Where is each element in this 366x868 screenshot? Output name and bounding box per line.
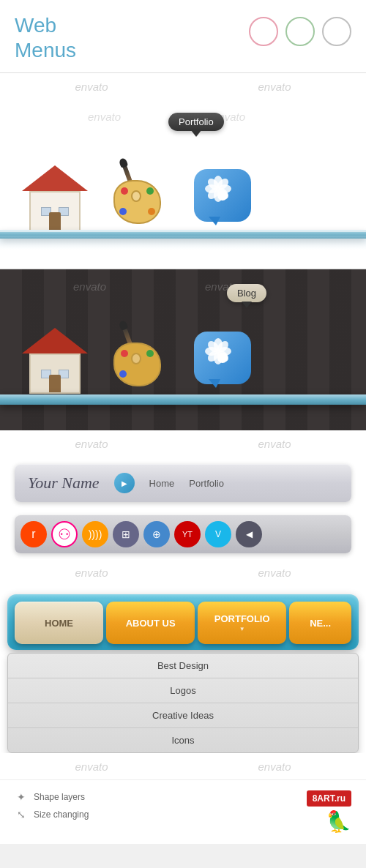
watermark-text-7: envato: [75, 760, 108, 773]
watermark-text-4: envato: [258, 438, 291, 450]
tooltip-portfolio: Portfolio: [168, 113, 224, 131]
menu-btn-portfolio[interactable]: PORTFOLIO ▼: [198, 602, 286, 644]
dot-green-2: [146, 350, 154, 357]
shelf-reflection-1: [0, 236, 366, 250]
bubble-icon-2: [194, 328, 256, 394]
flickr-icon[interactable]: ⚇: [51, 521, 78, 547]
name-bar-logo: Your Name: [20, 474, 107, 493]
bottom-menu-wrap: HOME ABOUT US PORTFOLIO ▼ NE...: [7, 594, 359, 650]
bubble-body-2: [194, 332, 251, 384]
bottom-menu: HOME ABOUT US PORTFOLIO ▼ NE...: [15, 602, 351, 644]
house-icon-2: [22, 328, 88, 394]
bottom-logo-area: 8ART.ru 🦜: [307, 790, 351, 834]
header-title: Web Menus: [15, 13, 76, 62]
watermark-row-3: envato envato: [0, 559, 366, 585]
section-dark-shelf: envato envato Blog: [0, 269, 366, 430]
bubble-flower-2: [206, 342, 239, 374]
palette-icon-2: [110, 324, 172, 394]
grid-icon[interactable]: ⊞: [113, 521, 139, 547]
bubble-body-1: [194, 169, 251, 222]
nav-portfolio[interactable]: Portfolio: [189, 478, 224, 489]
dot-red: [121, 187, 128, 195]
bird-logo: 🦜: [326, 809, 351, 834]
watermark-text-8: envato: [258, 760, 291, 773]
watermark-text-6: envato: [258, 566, 291, 579]
house-body: [29, 191, 81, 231]
compass-icon[interactable]: ⊕: [143, 521, 170, 547]
circle-green: [285, 17, 315, 46]
shape-layers-label: Shape layers: [34, 792, 85, 802]
flower-center-1: [217, 190, 228, 201]
bubble-tail-1: [209, 217, 220, 225]
header: Web Menus: [0, 0, 366, 73]
nav-home[interactable]: Home: [149, 478, 175, 489]
palette-body: [113, 180, 161, 224]
bottom-info: ✦ Shape layers ⤡ Size changing: [15, 790, 292, 826]
section-social-bar: r ⚇ )))) ⊞ ⊕ YT V ◀: [0, 509, 366, 559]
dropdown-item-icons[interactable]: Icons: [8, 728, 358, 752]
section-light-shelf: envato envato Portfolio: [0, 100, 366, 268]
dot-blue-2: [119, 370, 127, 378]
circle-gray: [322, 17, 351, 46]
shelf-icons-dark: [0, 324, 366, 394]
section-name-bar: Your Name ▶ Home Portfolio: [0, 457, 366, 509]
menu-btn-home-label: HOME: [45, 618, 73, 629]
watermark-text-1: envato: [75, 81, 108, 93]
name-bar-nav: Home Portfolio: [149, 478, 224, 489]
social-bar: r ⚇ )))) ⊞ ⊕ YT V ◀: [15, 515, 351, 553]
palette-hole: [131, 190, 141, 202]
house-door-2: [49, 375, 61, 392]
watermark-text-5: envato: [75, 566, 108, 579]
circle-pink: [249, 17, 278, 46]
palette-hole-2: [131, 353, 141, 364]
info-row-2: ⤡ Size changing: [15, 808, 292, 821]
dot-green: [146, 187, 154, 195]
wm-s1-1: envato: [88, 111, 121, 123]
tooltip-blog: Blog: [227, 284, 266, 302]
watermark-row-2: envato envato: [0, 430, 366, 457]
wm-s2-1: envato: [73, 280, 106, 293]
watermark-row-4: envato envato: [0, 753, 366, 779]
dropdown-item-creative[interactable]: Creative Ideas: [8, 703, 358, 728]
dot-blue: [119, 208, 127, 215]
arrow-icon[interactable]: ◀: [236, 521, 262, 547]
name-bar: Your Name ▶ Home Portfolio: [15, 464, 351, 502]
info-row-1: ✦ Shape layers: [15, 790, 292, 804]
menu-btn-about[interactable]: ABOUT US: [106, 602, 195, 644]
menu-btn-about-label: ABOUT US: [126, 618, 176, 629]
menu-btn-portfolio-label: PORTFOLIO: [214, 613, 270, 624]
palette-icon-1: [110, 162, 172, 231]
dropdown-item-logos[interactable]: Logos: [8, 678, 358, 703]
portfolio-arrow: ▼: [239, 626, 245, 632]
bubble-flower-1: [206, 179, 239, 212]
house-roof-2: [22, 328, 88, 353]
dropdown-item-best-design[interactable]: Best Design: [8, 654, 358, 678]
menu-btn-next[interactable]: NE...: [289, 602, 351, 644]
menu-btn-home[interactable]: HOME: [15, 602, 103, 644]
bottom-area: ✦ Shape layers ⤡ Size changing 8ART.ru 🦜: [0, 779, 366, 844]
house-door: [49, 212, 61, 230]
reddit-icon[interactable]: r: [20, 521, 47, 547]
rss-icon[interactable]: )))): [82, 521, 108, 547]
watermark-text-2: envato: [258, 81, 291, 93]
size-changing-icon: ⤡: [15, 808, 28, 821]
shape-layers-icon: ✦: [15, 790, 28, 804]
vimeo-icon[interactable]: V: [205, 521, 231, 547]
dot-orange: [148, 208, 155, 215]
play-button[interactable]: ▶: [114, 473, 135, 493]
watermark-row-1: envato envato: [0, 73, 366, 100]
bubble-tail-2: [209, 379, 220, 388]
house-roof: [22, 165, 88, 191]
flower-center-2: [217, 353, 228, 363]
size-changing-label: Size changing: [34, 809, 89, 820]
house-icon-1: [22, 165, 88, 231]
dropdown-menu: Best Design Logos Creative Ideas Icons: [7, 653, 359, 753]
shelf-dark: [0, 394, 366, 405]
menu-btn-next-label: NE...: [310, 618, 331, 629]
house-body-2: [29, 353, 81, 394]
youtube-icon[interactable]: YT: [174, 521, 201, 547]
palette-body-2: [113, 343, 161, 386]
watermark-text-3: envato: [75, 438, 108, 450]
title-line1: Web: [15, 14, 56, 37]
section-bottom-menu: HOME ABOUT US PORTFOLIO ▼ NE... Best Des…: [0, 585, 366, 753]
